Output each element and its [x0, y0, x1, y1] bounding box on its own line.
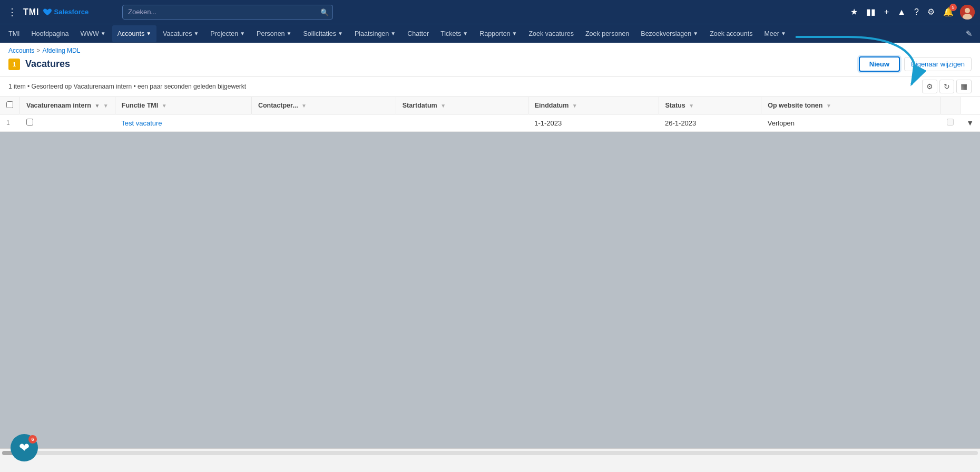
eigenaar-button[interactable]: Eigenaar wijzigen: [904, 57, 972, 71]
menu-item-hoofdpagina[interactable]: Hoofdpagina: [26, 25, 74, 42]
question-icon[interactable]: ?: [912, 5, 921, 19]
cloud-upload-icon[interactable]: ▲: [895, 5, 908, 19]
add-icon[interactable]: +: [882, 5, 891, 19]
page-title-left: 1 Vacatures: [8, 59, 70, 70]
page-badge: 1: [8, 59, 20, 70]
table-header-row: Vacaturenaam intern ▼ ▼ Functie TMI ▼ Co…: [0, 97, 980, 114]
row-vacaturenaam[interactable]: Test vacature: [115, 114, 251, 132]
menu-item-vacatures[interactable]: Vacatures ▼: [158, 25, 204, 42]
bottom-scrollbar[interactable]: [0, 448, 980, 457]
col-label-contactper: Contactper...: [258, 102, 298, 109]
col-functie[interactable]: Functie TMI ▼: [115, 97, 251, 114]
row-status: Verlopen: [761, 114, 940, 132]
col-dropdown-icon[interactable]: ▼: [826, 103, 831, 109]
op-website-checkbox[interactable]: [947, 119, 954, 126]
chevron-down-icon: ▼: [101, 31, 106, 36]
col-dropdown-icon[interactable]: ▼: [572, 103, 577, 109]
refresh-icon[interactable]: ↻: [939, 80, 954, 93]
col-dropdown-icon[interactable]: ▼: [162, 103, 167, 109]
menu-item-personen[interactable]: Personen ▼: [251, 25, 297, 42]
app-name: TMI: [23, 7, 40, 17]
row-startdatum: 1-1-2023: [528, 114, 659, 132]
menu-item-sollicitaties[interactable]: Sollicitaties ▼: [298, 25, 348, 42]
col-vacaturenaam[interactable]: Vacaturenaam intern ▼ ▼: [20, 97, 115, 114]
menu-item-zoek-accounts[interactable]: Zoek accounts: [704, 25, 758, 42]
col-dropdown-icon[interactable]: ▼: [103, 103, 109, 109]
main-content-area: [0, 132, 980, 448]
menu-item-zoek-vacatures[interactable]: Zoek vacatures: [523, 25, 579, 42]
col-dropdown-icon[interactable]: ▼: [301, 103, 307, 109]
col-einddatum[interactable]: Einddatum ▼: [528, 97, 659, 114]
row-contactper: [396, 114, 528, 132]
col-dropdown-icon[interactable]: ▼: [689, 103, 694, 109]
table-row: 1 Test vacature 1-1-2023 26-1-2023 Verlo…: [0, 114, 980, 132]
col-label-vacaturenaam: Vacaturenaam intern: [26, 102, 91, 109]
row-checkbox-cell: [20, 114, 115, 132]
new-button[interactable]: Nieuw: [859, 56, 900, 72]
menu-item-accounts[interactable]: Accounts ▼: [112, 25, 156, 42]
row-actions-button[interactable]: ▼: [966, 119, 974, 127]
chevron-down-icon: ▼: [240, 31, 245, 36]
edit-nav-icon[interactable]: ✎: [962, 27, 977, 41]
row-op-website: [940, 114, 960, 132]
settings-icon[interactable]: ⚙: [925, 5, 937, 19]
avatar[interactable]: [960, 5, 975, 20]
menu-item-tickets[interactable]: Tickets ▼: [435, 25, 473, 42]
compose-icon[interactable]: ▮▮: [864, 5, 878, 19]
breadcrumb: Accounts > Afdeling MDL: [8, 47, 972, 54]
col-actions: [940, 97, 960, 114]
row-actions-cell[interactable]: ▼: [960, 114, 980, 132]
menu-item-rapporten[interactable]: Rapporten ▼: [474, 25, 522, 42]
col-contactper[interactable]: Contactper... ▼: [251, 97, 396, 114]
search-input[interactable]: [122, 5, 333, 20]
scrollbar-track[interactable]: [2, 451, 978, 455]
menu-item-bezoekverslagen[interactable]: Bezoekverslagen ▼: [635, 25, 703, 42]
col-dropdown-icon[interactable]: ▼: [440, 103, 446, 109]
menu-item-plaatsingen[interactable]: Plaatsingen ▼: [349, 25, 401, 42]
row-functie: [251, 114, 396, 132]
menu-item-www[interactable]: WWW ▼: [75, 25, 111, 42]
chevron-down-icon: ▼: [193, 31, 199, 36]
chevron-down-icon: ▼: [463, 31, 468, 36]
page-header: Accounts > Afdeling MDL 1 Vacatures Nieu…: [0, 43, 980, 76]
star-icon[interactable]: ★: [848, 5, 860, 19]
salesforce-logo: Salesforce: [43, 8, 89, 16]
col-label-functie: Functie TMI: [122, 102, 158, 109]
menu-item-zoek-personen[interactable]: Zoek personen: [580, 25, 634, 42]
col-label-op-website: Op website tonen: [768, 102, 822, 109]
list-controls: 1 item • Gesorteerd op Vacaturenaam inte…: [0, 76, 980, 97]
chevron-down-icon: ▼: [390, 31, 396, 36]
col-label-einddatum: Einddatum: [535, 102, 569, 109]
col-startdatum[interactable]: Startdatum ▼: [396, 97, 528, 114]
col-op-website[interactable]: Op website tonen ▼: [761, 97, 940, 114]
help-badge: 6: [28, 435, 37, 444]
list-info: 1 item • Gesorteerd op Vacaturenaam inte…: [8, 83, 246, 90]
row-checkbox[interactable]: [26, 119, 33, 126]
row-number: 1: [0, 114, 20, 132]
settings-list-icon[interactable]: ⚙: [922, 80, 937, 93]
grid-icon[interactable]: ⋮: [5, 4, 19, 20]
row-einddatum: 26-1-2023: [659, 114, 761, 132]
vacaturenaam-link[interactable]: Test vacature: [121, 119, 162, 127]
menu-item-meer[interactable]: Meer ▼: [759, 25, 791, 42]
page-title-row: 1 Vacatures Nieuw Eigenaar wijzigen: [8, 56, 972, 76]
select-all-checkbox[interactable]: [6, 101, 13, 108]
filter-icon[interactable]: ▦: [956, 80, 972, 93]
salesforce-heart-icon: [43, 8, 52, 16]
menu-item-chatter[interactable]: Chatter: [402, 25, 434, 42]
help-bubble[interactable]: ❤ 6: [11, 434, 38, 457]
col-status[interactable]: Status ▼: [659, 97, 761, 114]
list-buttons: ⚙ ↻ ▦: [922, 80, 972, 93]
top-navigation: ⋮ TMI Salesforce 🔍 ★ ▮▮ + ▲ ? ⚙ 🔔 5: [0, 0, 980, 24]
svg-point-1: [965, 8, 970, 13]
menu-item-tmi[interactable]: TMI: [3, 25, 25, 42]
breadcrumb-afdeling[interactable]: Afdeling MDL: [42, 47, 80, 54]
heart-icon: ❤: [19, 440, 30, 455]
vacatures-table: Vacaturenaam intern ▼ ▼ Functie TMI ▼ Co…: [0, 97, 980, 132]
breadcrumb-accounts[interactable]: Accounts: [8, 47, 34, 54]
col-label-status: Status: [665, 102, 685, 109]
bell-icon[interactable]: 🔔 5: [941, 5, 956, 19]
menu-item-projecten[interactable]: Projecten ▼: [205, 25, 250, 42]
search-bar: 🔍: [122, 5, 333, 20]
chevron-down-icon: ▼: [146, 31, 151, 36]
